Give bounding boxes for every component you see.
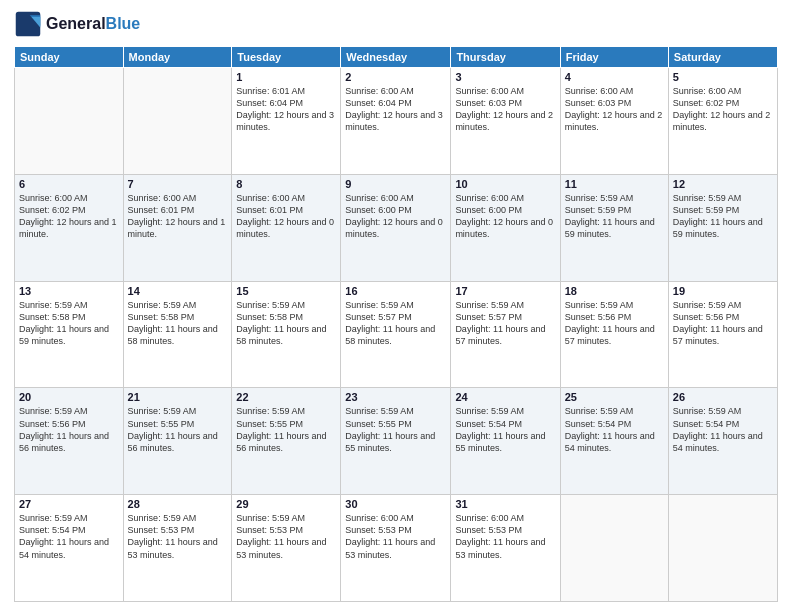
weekday-header-thursday: Thursday <box>451 47 560 68</box>
calendar-cell: 12Sunrise: 5:59 AM Sunset: 5:59 PM Dayli… <box>668 174 777 281</box>
day-number: 20 <box>19 391 119 403</box>
calendar-cell: 8Sunrise: 6:00 AM Sunset: 6:01 PM Daylig… <box>232 174 341 281</box>
calendar-cell: 7Sunrise: 6:00 AM Sunset: 6:01 PM Daylig… <box>123 174 232 281</box>
calendar-cell: 10Sunrise: 6:00 AM Sunset: 6:00 PM Dayli… <box>451 174 560 281</box>
calendar-week-1: 1Sunrise: 6:01 AM Sunset: 6:04 PM Daylig… <box>15 68 778 175</box>
day-number: 4 <box>565 71 664 83</box>
weekday-header-wednesday: Wednesday <box>341 47 451 68</box>
day-info: Sunrise: 6:00 AM Sunset: 5:53 PM Dayligh… <box>455 512 555 561</box>
day-number: 17 <box>455 285 555 297</box>
calendar-cell: 21Sunrise: 5:59 AM Sunset: 5:55 PM Dayli… <box>123 388 232 495</box>
calendar-cell: 19Sunrise: 5:59 AM Sunset: 5:56 PM Dayli… <box>668 281 777 388</box>
day-number: 23 <box>345 391 446 403</box>
calendar-cell <box>560 495 668 602</box>
day-number: 2 <box>345 71 446 83</box>
day-number: 29 <box>236 498 336 510</box>
calendar-cell: 13Sunrise: 5:59 AM Sunset: 5:58 PM Dayli… <box>15 281 124 388</box>
day-info: Sunrise: 5:59 AM Sunset: 5:55 PM Dayligh… <box>236 405 336 454</box>
weekday-header-row: SundayMondayTuesdayWednesdayThursdayFrid… <box>15 47 778 68</box>
day-number: 16 <box>345 285 446 297</box>
weekday-header-saturday: Saturday <box>668 47 777 68</box>
calendar-cell: 4Sunrise: 6:00 AM Sunset: 6:03 PM Daylig… <box>560 68 668 175</box>
day-info: Sunrise: 5:59 AM Sunset: 5:58 PM Dayligh… <box>128 299 228 348</box>
calendar-cell: 9Sunrise: 6:00 AM Sunset: 6:00 PM Daylig… <box>341 174 451 281</box>
logo: GeneralBlue <box>14 10 140 38</box>
day-number: 7 <box>128 178 228 190</box>
calendar-cell: 2Sunrise: 6:00 AM Sunset: 6:04 PM Daylig… <box>341 68 451 175</box>
calendar-cell: 5Sunrise: 6:00 AM Sunset: 6:02 PM Daylig… <box>668 68 777 175</box>
calendar-cell: 15Sunrise: 5:59 AM Sunset: 5:58 PM Dayli… <box>232 281 341 388</box>
weekday-header-friday: Friday <box>560 47 668 68</box>
day-number: 22 <box>236 391 336 403</box>
calendar-cell: 3Sunrise: 6:00 AM Sunset: 6:03 PM Daylig… <box>451 68 560 175</box>
calendar-cell: 16Sunrise: 5:59 AM Sunset: 5:57 PM Dayli… <box>341 281 451 388</box>
calendar-cell <box>123 68 232 175</box>
day-info: Sunrise: 5:59 AM Sunset: 5:57 PM Dayligh… <box>345 299 446 348</box>
day-number: 28 <box>128 498 228 510</box>
weekday-header-monday: Monday <box>123 47 232 68</box>
day-info: Sunrise: 6:00 AM Sunset: 6:00 PM Dayligh… <box>345 192 446 241</box>
day-info: Sunrise: 5:59 AM Sunset: 5:59 PM Dayligh… <box>673 192 773 241</box>
logo-icon <box>14 10 42 38</box>
day-info: Sunrise: 6:00 AM Sunset: 6:02 PM Dayligh… <box>19 192 119 241</box>
day-number: 31 <box>455 498 555 510</box>
day-number: 8 <box>236 178 336 190</box>
calendar-cell: 22Sunrise: 5:59 AM Sunset: 5:55 PM Dayli… <box>232 388 341 495</box>
calendar-week-2: 6Sunrise: 6:00 AM Sunset: 6:02 PM Daylig… <box>15 174 778 281</box>
calendar-cell: 1Sunrise: 6:01 AM Sunset: 6:04 PM Daylig… <box>232 68 341 175</box>
calendar-table: SundayMondayTuesdayWednesdayThursdayFrid… <box>14 46 778 602</box>
calendar-cell: 18Sunrise: 5:59 AM Sunset: 5:56 PM Dayli… <box>560 281 668 388</box>
weekday-header-sunday: Sunday <box>15 47 124 68</box>
calendar-cell: 23Sunrise: 5:59 AM Sunset: 5:55 PM Dayli… <box>341 388 451 495</box>
day-number: 1 <box>236 71 336 83</box>
calendar-cell: 17Sunrise: 5:59 AM Sunset: 5:57 PM Dayli… <box>451 281 560 388</box>
day-number: 24 <box>455 391 555 403</box>
logo-text: GeneralBlue <box>46 15 140 33</box>
day-info: Sunrise: 6:00 AM Sunset: 6:02 PM Dayligh… <box>673 85 773 134</box>
day-number: 10 <box>455 178 555 190</box>
day-info: Sunrise: 6:00 AM Sunset: 6:03 PM Dayligh… <box>565 85 664 134</box>
calendar-cell: 20Sunrise: 5:59 AM Sunset: 5:56 PM Dayli… <box>15 388 124 495</box>
day-number: 25 <box>565 391 664 403</box>
calendar-cell: 14Sunrise: 5:59 AM Sunset: 5:58 PM Dayli… <box>123 281 232 388</box>
calendar-cell: 27Sunrise: 5:59 AM Sunset: 5:54 PM Dayli… <box>15 495 124 602</box>
day-info: Sunrise: 5:59 AM Sunset: 5:54 PM Dayligh… <box>19 512 119 561</box>
day-info: Sunrise: 6:01 AM Sunset: 6:04 PM Dayligh… <box>236 85 336 134</box>
day-info: Sunrise: 5:59 AM Sunset: 5:57 PM Dayligh… <box>455 299 555 348</box>
day-info: Sunrise: 5:59 AM Sunset: 5:59 PM Dayligh… <box>565 192 664 241</box>
calendar-cell: 25Sunrise: 5:59 AM Sunset: 5:54 PM Dayli… <box>560 388 668 495</box>
day-info: Sunrise: 5:59 AM Sunset: 5:53 PM Dayligh… <box>128 512 228 561</box>
day-number: 19 <box>673 285 773 297</box>
calendar-week-5: 27Sunrise: 5:59 AM Sunset: 5:54 PM Dayli… <box>15 495 778 602</box>
day-number: 30 <box>345 498 446 510</box>
header: GeneralBlue <box>14 10 778 38</box>
day-info: Sunrise: 5:59 AM Sunset: 5:55 PM Dayligh… <box>128 405 228 454</box>
day-info: Sunrise: 6:00 AM Sunset: 6:00 PM Dayligh… <box>455 192 555 241</box>
day-number: 26 <box>673 391 773 403</box>
calendar-cell: 29Sunrise: 5:59 AM Sunset: 5:53 PM Dayli… <box>232 495 341 602</box>
day-info: Sunrise: 5:59 AM Sunset: 5:58 PM Dayligh… <box>19 299 119 348</box>
calendar-cell: 28Sunrise: 5:59 AM Sunset: 5:53 PM Dayli… <box>123 495 232 602</box>
day-number: 15 <box>236 285 336 297</box>
day-info: Sunrise: 6:00 AM Sunset: 6:01 PM Dayligh… <box>236 192 336 241</box>
calendar-cell: 11Sunrise: 5:59 AM Sunset: 5:59 PM Dayli… <box>560 174 668 281</box>
day-info: Sunrise: 5:59 AM Sunset: 5:54 PM Dayligh… <box>673 405 773 454</box>
day-info: Sunrise: 5:59 AM Sunset: 5:53 PM Dayligh… <box>236 512 336 561</box>
calendar-cell <box>668 495 777 602</box>
calendar-week-3: 13Sunrise: 5:59 AM Sunset: 5:58 PM Dayli… <box>15 281 778 388</box>
day-info: Sunrise: 6:00 AM Sunset: 6:01 PM Dayligh… <box>128 192 228 241</box>
day-info: Sunrise: 6:00 AM Sunset: 6:03 PM Dayligh… <box>455 85 555 134</box>
day-info: Sunrise: 5:59 AM Sunset: 5:58 PM Dayligh… <box>236 299 336 348</box>
day-info: Sunrise: 5:59 AM Sunset: 5:56 PM Dayligh… <box>19 405 119 454</box>
calendar-cell: 26Sunrise: 5:59 AM Sunset: 5:54 PM Dayli… <box>668 388 777 495</box>
day-number: 9 <box>345 178 446 190</box>
calendar-cell <box>15 68 124 175</box>
day-number: 14 <box>128 285 228 297</box>
day-number: 11 <box>565 178 664 190</box>
day-number: 5 <box>673 71 773 83</box>
day-info: Sunrise: 5:59 AM Sunset: 5:54 PM Dayligh… <box>455 405 555 454</box>
day-info: Sunrise: 5:59 AM Sunset: 5:56 PM Dayligh… <box>673 299 773 348</box>
calendar-cell: 30Sunrise: 6:00 AM Sunset: 5:53 PM Dayli… <box>341 495 451 602</box>
calendar-page: GeneralBlue SundayMondayTuesdayWednesday… <box>0 0 792 612</box>
day-info: Sunrise: 6:00 AM Sunset: 6:04 PM Dayligh… <box>345 85 446 134</box>
